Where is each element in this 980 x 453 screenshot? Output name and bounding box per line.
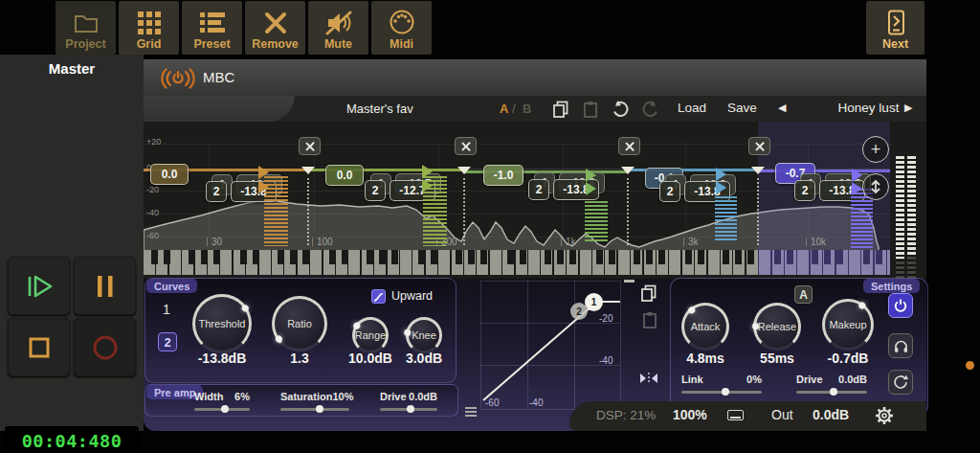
keyboard-toggle-icon[interactable] xyxy=(727,410,744,420)
preset-prev-icon[interactable]: ◀ xyxy=(778,102,786,114)
range-knob[interactable]: Range xyxy=(350,315,390,355)
link-updown-icon xyxy=(868,178,883,195)
makeup-knob[interactable]: Makeup xyxy=(820,297,876,352)
release-value: 55ms xyxy=(748,351,806,366)
paste-icon[interactable] xyxy=(582,100,599,119)
band4-threshold-handle[interactable] xyxy=(716,168,726,181)
timecode-display: 00:04:480 03/02/064 xyxy=(5,426,139,453)
save-button[interactable]: Save xyxy=(727,101,757,115)
grid-button[interactable]: Grid xyxy=(119,1,179,55)
preset-list-icon xyxy=(199,11,226,35)
keyboard-band-highlight xyxy=(758,250,890,275)
crossover2-remove-button[interactable] xyxy=(455,137,477,155)
crossover1-remove-button[interactable] xyxy=(299,137,321,155)
preset-button[interactable]: Preset xyxy=(182,1,242,55)
width-slider[interactable]: Width6% xyxy=(194,391,250,411)
ratio-value: 1.3 xyxy=(271,351,328,366)
band3-gr-meter xyxy=(585,201,608,243)
upward-label: Upward xyxy=(391,289,433,303)
curve1-handle[interactable]: 1 xyxy=(585,293,603,311)
load-button[interactable]: Load xyxy=(678,101,706,115)
add-band-button[interactable]: + xyxy=(862,136,889,163)
app-window: Project Grid Preset Remove Mute xyxy=(0,0,980,453)
graph-menu-icon[interactable] xyxy=(464,406,478,418)
curve-paste-icon[interactable] xyxy=(641,310,658,329)
band5-curve2-badge[interactable]: 2 xyxy=(794,180,815,201)
buffer-size[interactable]: 100% xyxy=(673,407,707,422)
slider-label: Width xyxy=(194,391,223,402)
settings-drive-slider[interactable]: Drive0.0dB xyxy=(796,374,867,394)
mute-speaker-icon xyxy=(324,11,353,35)
band2-gain-badge[interactable]: 0.0 xyxy=(325,165,364,186)
curve-copy-icon[interactable] xyxy=(639,283,658,303)
spectrum-xtick: 10k xyxy=(811,237,826,247)
preset-next-icon[interactable]: ▶ xyxy=(904,102,912,114)
midi-button[interactable]: Midi xyxy=(371,1,432,55)
stop-button[interactable] xyxy=(8,318,70,376)
ab-a[interactable]: A xyxy=(500,102,508,116)
band-power-button[interactable] xyxy=(888,293,913,318)
knee-knob[interactable]: Knee xyxy=(404,315,444,355)
settings-gear-icon[interactable] xyxy=(875,406,894,425)
redo-icon[interactable] xyxy=(641,100,660,119)
mute-button[interactable]: Mute xyxy=(308,1,368,55)
notification-dot[interactable] xyxy=(966,361,974,370)
preamp-drive-slider[interactable]: Drive0.0dB xyxy=(380,391,437,411)
ab-b[interactable]: B xyxy=(523,102,531,116)
attack-knob[interactable]: Attack xyxy=(679,301,731,352)
out-value[interactable]: 0.0dB xyxy=(813,407,849,422)
project-button[interactable]: Project xyxy=(56,1,116,55)
makeup-value: -0.7dB xyxy=(819,351,877,366)
settings-tab[interactable]: Settings xyxy=(863,279,920,293)
play-button[interactable] xyxy=(8,257,70,315)
reset-button[interactable] xyxy=(888,370,913,395)
pause-icon xyxy=(95,272,116,301)
solo-listen-button[interactable] xyxy=(888,333,913,358)
record-button[interactable] xyxy=(74,318,136,376)
link-slider[interactable]: Link0% xyxy=(681,374,762,394)
curve2-selector[interactable]: 2 xyxy=(158,332,177,351)
band3-gain-badge[interactable]: -1.0 xyxy=(483,165,523,186)
next-button[interactable]: Next xyxy=(866,1,924,55)
power-icon xyxy=(893,298,908,313)
preset-name[interactable]: Master's fav xyxy=(346,102,413,116)
mirror-icon[interactable] xyxy=(638,372,659,385)
undo-icon[interactable] xyxy=(611,100,630,119)
status-bar: DSP: 21% 100% Out 0.0dB xyxy=(569,401,926,431)
pause-button[interactable] xyxy=(74,257,136,315)
curves-tab[interactable]: Curves xyxy=(146,279,197,293)
band-link-button[interactable] xyxy=(862,173,889,200)
band4-curve2-badge[interactable]: 2 xyxy=(659,181,680,202)
plugin-power-icon[interactable] xyxy=(161,66,195,91)
threshold-knob[interactable]: Threshold xyxy=(190,292,254,355)
top-toolbar: Project Grid Preset Remove Mute xyxy=(0,0,980,55)
next-device-icon xyxy=(884,10,907,35)
knob-label: Knee xyxy=(404,315,444,355)
copy-icon[interactable] xyxy=(551,100,570,119)
slider-label: Drive xyxy=(380,391,407,402)
band5-threshold-handle[interactable] xyxy=(852,169,862,182)
crossover4-remove-button[interactable] xyxy=(748,137,770,155)
collapse-icon[interactable] xyxy=(624,280,635,283)
slider-label: Link xyxy=(681,374,703,385)
release-knob[interactable]: Release xyxy=(751,301,803,352)
saturation-slider[interactable]: Saturation10% xyxy=(280,391,349,411)
attack-value: 4.8ms xyxy=(677,351,734,366)
crossover3-remove-button[interactable] xyxy=(618,137,640,155)
band1-gain-badge[interactable]: 0.0 xyxy=(150,164,189,185)
plugin-title: MBC xyxy=(203,69,234,85)
remove-button[interactable]: Remove xyxy=(245,1,305,55)
band3-threshold-handle[interactable] xyxy=(586,169,596,182)
ratio-knob[interactable]: Ratio xyxy=(270,294,329,353)
knee-value: 3.0dB xyxy=(395,351,453,366)
dsp-usage: DSP: 21% xyxy=(596,408,656,422)
stop-icon xyxy=(26,334,53,361)
band2-curve2-badge[interactable]: 2 xyxy=(365,180,386,201)
curve1-selector[interactable]: 1 xyxy=(163,302,170,317)
upward-checkbox[interactable] xyxy=(371,289,386,304)
graph-ytick: -40 xyxy=(599,355,612,366)
out-label[interactable]: Out xyxy=(771,407,793,422)
range-value: 10.0dB xyxy=(342,351,399,366)
band3-curve2-badge[interactable]: 2 xyxy=(528,179,549,200)
band1-curve2-badge[interactable]: 2 xyxy=(206,181,227,202)
